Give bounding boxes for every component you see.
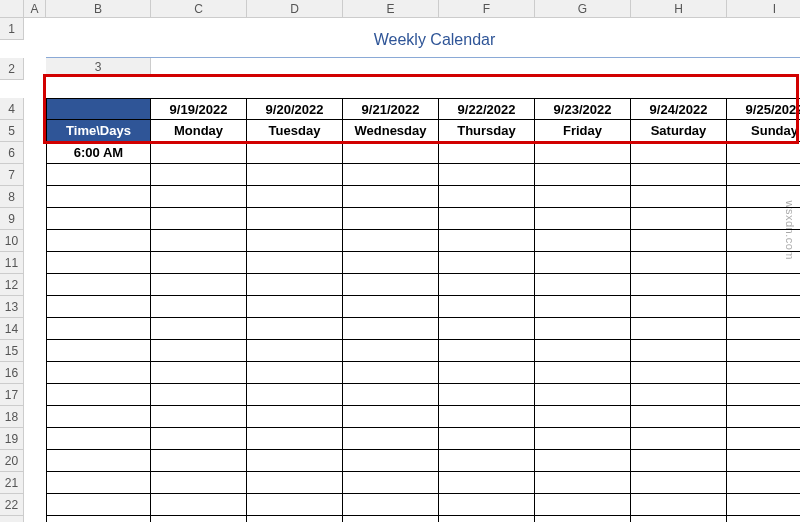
- table-row[interactable]: [535, 472, 631, 494]
- table-row[interactable]: [727, 406, 800, 428]
- day-header-0[interactable]: Monday: [151, 120, 247, 142]
- cell-A9[interactable]: [24, 208, 46, 230]
- table-row[interactable]: [343, 362, 439, 384]
- table-row[interactable]: [151, 252, 247, 274]
- table-row[interactable]: [535, 318, 631, 340]
- table-row[interactable]: [151, 450, 247, 472]
- table-row[interactable]: [343, 516, 439, 522]
- table-row[interactable]: [151, 428, 247, 450]
- table-row[interactable]: [727, 318, 800, 340]
- table-row[interactable]: [631, 516, 727, 522]
- cell-A23[interactable]: [24, 516, 46, 522]
- table-row[interactable]: [727, 516, 800, 522]
- table-row[interactable]: [151, 296, 247, 318]
- table-row[interactable]: [247, 406, 343, 428]
- cell-A5[interactable]: [24, 120, 46, 142]
- data-cell-r0c1[interactable]: [247, 142, 343, 164]
- table-row[interactable]: [727, 274, 800, 296]
- table-row[interactable]: [439, 516, 535, 522]
- col-header-B[interactable]: B: [46, 0, 151, 18]
- row-header-1[interactable]: 1: [0, 18, 24, 40]
- table-row[interactable]: [46, 362, 151, 384]
- table-row[interactable]: [247, 318, 343, 340]
- cell-B3[interactable]: [46, 80, 800, 98]
- col-header-D[interactable]: D: [247, 0, 343, 18]
- row-header-21[interactable]: 21: [0, 472, 24, 494]
- cell-A16[interactable]: [24, 362, 46, 384]
- table-row[interactable]: [247, 340, 343, 362]
- table-row[interactable]: [343, 186, 439, 208]
- col-header-E[interactable]: E: [343, 0, 439, 18]
- cell-A1[interactable]: [24, 18, 46, 40]
- date-header-3[interactable]: 9/22/2022: [439, 98, 535, 120]
- table-row[interactable]: [727, 450, 800, 472]
- table-row[interactable]: [631, 340, 727, 362]
- table-row[interactable]: [247, 296, 343, 318]
- cell-A14[interactable]: [24, 318, 46, 340]
- table-row[interactable]: [247, 186, 343, 208]
- table-row[interactable]: [46, 472, 151, 494]
- row-header-16[interactable]: 16: [0, 362, 24, 384]
- table-row[interactable]: [439, 494, 535, 516]
- table-row[interactable]: [343, 274, 439, 296]
- table-row[interactable]: [151, 406, 247, 428]
- table-row[interactable]: [727, 428, 800, 450]
- row-header-5[interactable]: 5: [0, 120, 24, 142]
- data-cell-r0c0[interactable]: [151, 142, 247, 164]
- col-header-H[interactable]: H: [631, 0, 727, 18]
- table-row[interactable]: [247, 208, 343, 230]
- row-header-13[interactable]: 13: [0, 296, 24, 318]
- table-row[interactable]: [247, 428, 343, 450]
- table-row[interactable]: [727, 362, 800, 384]
- table-row[interactable]: [631, 252, 727, 274]
- cell-A7[interactable]: [24, 164, 46, 186]
- table-row[interactable]: [46, 186, 151, 208]
- row-header-7[interactable]: 7: [0, 164, 24, 186]
- table-row[interactable]: [535, 252, 631, 274]
- table-row[interactable]: [46, 450, 151, 472]
- day-header-5[interactable]: Saturday: [631, 120, 727, 142]
- col-header-C[interactable]: C: [151, 0, 247, 18]
- day-header-4[interactable]: Friday: [535, 120, 631, 142]
- table-row[interactable]: [631, 164, 727, 186]
- row-header-23[interactable]: 23: [0, 516, 24, 522]
- day-header-1[interactable]: Tuesday: [247, 120, 343, 142]
- data-cell-r0c3[interactable]: [439, 142, 535, 164]
- table-row[interactable]: [343, 384, 439, 406]
- time-cell-0[interactable]: 6:00 AM: [46, 142, 151, 164]
- table-row[interactable]: [727, 164, 800, 186]
- table-row[interactable]: [631, 384, 727, 406]
- table-row[interactable]: [247, 516, 343, 522]
- row-header-9[interactable]: 9: [0, 208, 24, 230]
- table-row[interactable]: [343, 494, 439, 516]
- table-row[interactable]: [535, 384, 631, 406]
- table-row[interactable]: [247, 450, 343, 472]
- table-row[interactable]: [247, 362, 343, 384]
- row-header-3[interactable]: 3: [46, 58, 151, 76]
- table-row[interactable]: [439, 428, 535, 450]
- date-header-6[interactable]: 9/25/2022: [727, 98, 800, 120]
- cell-A12[interactable]: [24, 274, 46, 296]
- table-row[interactable]: [151, 516, 247, 522]
- table-row[interactable]: [439, 406, 535, 428]
- table-row[interactable]: [46, 230, 151, 252]
- cell-A11[interactable]: [24, 252, 46, 274]
- date-header-2[interactable]: 9/21/2022: [343, 98, 439, 120]
- table-row[interactable]: [46, 384, 151, 406]
- table-row[interactable]: [535, 208, 631, 230]
- table-row[interactable]: [343, 428, 439, 450]
- date-header-0[interactable]: 9/19/2022: [151, 98, 247, 120]
- cell-A4[interactable]: [24, 98, 46, 120]
- table-row[interactable]: [151, 340, 247, 362]
- table-row[interactable]: [247, 494, 343, 516]
- table-row[interactable]: [343, 340, 439, 362]
- table-row[interactable]: [631, 186, 727, 208]
- cell-A2[interactable]: [24, 58, 46, 80]
- table-row[interactable]: [727, 494, 800, 516]
- cell-A20[interactable]: [24, 450, 46, 472]
- table-row[interactable]: [151, 384, 247, 406]
- cell-A17[interactable]: [24, 384, 46, 406]
- table-row[interactable]: [151, 274, 247, 296]
- row-header-17[interactable]: 17: [0, 384, 24, 406]
- table-row[interactable]: [247, 252, 343, 274]
